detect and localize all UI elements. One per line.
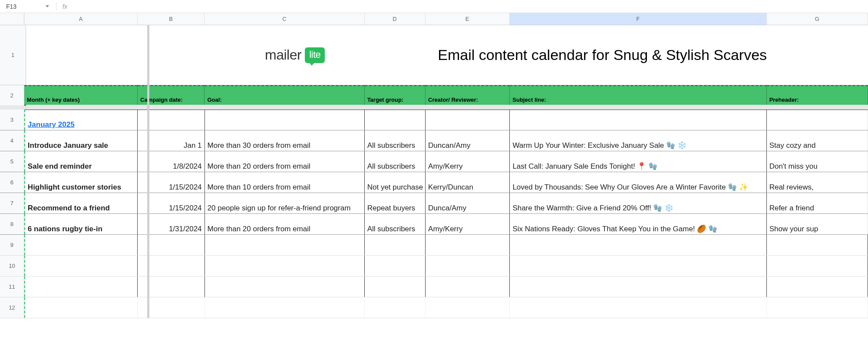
cell[interactable] — [24, 297, 138, 318]
table-row: 10 — [0, 256, 868, 276]
cell[interactable]: Six Nations Ready: Gloves That Keep You … — [510, 214, 766, 234]
cell[interactable]: More than 20 orders from email — [205, 214, 365, 234]
cell[interactable] — [426, 256, 510, 276]
cell[interactable]: More than 20 orders from email — [205, 151, 365, 172]
cell[interactable]: All subscribers — [365, 130, 426, 151]
cell[interactable] — [205, 110, 365, 130]
cell[interactable]: Highlight customer stories — [24, 172, 138, 193]
cell[interactable] — [365, 235, 426, 255]
row-head[interactable]: 12 — [0, 297, 24, 318]
cell[interactable] — [510, 256, 766, 276]
col-head-a[interactable]: A — [24, 13, 138, 25]
cell[interactable]: Show your sup — [767, 214, 868, 234]
cell[interactable]: Share the Warmth: Give a Friend 20% Off!… — [510, 193, 766, 213]
name-box-value: F13 — [6, 3, 17, 10]
row-head[interactable]: 7 — [0, 193, 24, 213]
cell[interactable] — [510, 110, 766, 130]
cell[interactable] — [205, 256, 365, 276]
col-head-b[interactable]: B — [138, 13, 205, 25]
cell[interactable] — [767, 297, 868, 318]
header-creator[interactable]: Creator/ Reviewer: — [426, 85, 510, 106]
cell[interactable] — [205, 276, 365, 297]
cell[interactable]: 6 nations rugby tie-in — [24, 214, 138, 234]
cell[interactable]: January 2025 — [24, 110, 138, 130]
cell[interactable] — [426, 110, 510, 130]
spreadsheet[interactable]: A B C D E F G 1 mailer lite Email conten… — [0, 13, 868, 318]
cell[interactable]: Duncan/Amy — [426, 130, 510, 151]
header-subject[interactable]: Subject line: — [510, 85, 766, 106]
cell[interactable]: Refer a friend — [767, 193, 868, 213]
row-head[interactable]: 6 — [0, 172, 24, 193]
cell[interactable] — [426, 235, 510, 255]
cell[interactable] — [510, 235, 766, 255]
cell[interactable] — [365, 276, 426, 297]
cell[interactable] — [510, 276, 766, 297]
cell[interactable]: All subscribers — [365, 214, 426, 234]
row-head[interactable]: 9 — [0, 235, 24, 255]
cell[interactable] — [767, 110, 868, 130]
col-head-f[interactable]: F — [510, 13, 767, 25]
freeze-pane-divider[interactable] — [147, 25, 149, 318]
row-head[interactable]: 8 — [0, 214, 24, 234]
cell[interactable]: Dunca/Amy — [426, 193, 510, 213]
cell[interactable]: Amy/Kerry — [426, 214, 510, 234]
cell[interactable]: Sale end reminder — [24, 151, 138, 172]
cell[interactable]: Introduce January sale — [24, 130, 138, 151]
cell[interactable]: More than 10 orders from email — [205, 172, 365, 193]
select-all-corner[interactable] — [0, 13, 24, 25]
cell[interactable] — [365, 297, 426, 318]
title-row[interactable]: mailer lite Email content calendar for S… — [26, 25, 868, 85]
table-row: 12 — [0, 297, 868, 318]
cell[interactable] — [24, 235, 138, 255]
fx-icon: fx — [60, 3, 70, 10]
row-head[interactable]: 4 — [0, 130, 24, 151]
cell[interactable] — [365, 110, 426, 130]
cell[interactable]: Recommend to a friend — [24, 193, 138, 213]
name-box[interactable]: F13 — [3, 1, 53, 12]
cell[interactable] — [205, 297, 365, 318]
cell[interactable] — [365, 256, 426, 276]
header-row: 2 Month (+ key dates) Campaign date: Goa… — [0, 85, 868, 106]
cell[interactable]: Kerry/Duncan — [426, 172, 510, 193]
row-head[interactable]: 2 — [0, 85, 24, 106]
cell[interactable] — [510, 297, 766, 318]
col-head-e[interactable]: E — [426, 13, 510, 25]
cell[interactable] — [767, 235, 868, 255]
cell[interactable]: All subscribers — [365, 151, 426, 172]
col-head-g[interactable]: G — [767, 13, 868, 25]
cell[interactable]: Repeat buyers — [365, 193, 426, 213]
cell[interactable]: Real reviews, — [767, 172, 868, 193]
cell[interactable]: Don't miss you — [767, 151, 868, 172]
formula-bar: F13 fx — [0, 0, 868, 13]
row-head[interactable]: 5 — [0, 151, 24, 172]
month-link[interactable]: January 2025 — [28, 120, 75, 129]
cell[interactable]: Not yet purchase — [365, 172, 426, 193]
cell[interactable] — [426, 276, 510, 297]
cell[interactable]: 20 people sign up for refer-a-friend pro… — [205, 193, 365, 213]
cell[interactable]: Stay cozy and — [767, 130, 868, 151]
row-head[interactable]: 3 — [0, 110, 24, 130]
col-head-d[interactable]: D — [365, 13, 426, 25]
header-target[interactable]: Target group: — [365, 85, 426, 106]
cell[interactable] — [24, 256, 138, 276]
table-row: 7 Recommend to a friend 1/15/2024 20 peo… — [0, 193, 868, 214]
row-head[interactable]: 11 — [0, 276, 24, 297]
row-head[interactable]: 1 — [0, 25, 26, 85]
header-preheader[interactable]: Preheader: — [767, 85, 868, 106]
cell[interactable] — [205, 235, 365, 255]
cell[interactable] — [767, 256, 868, 276]
cell[interactable] — [767, 276, 868, 297]
chevron-down-icon[interactable] — [46, 5, 49, 7]
col-head-c[interactable]: C — [205, 13, 364, 25]
header-month[interactable]: Month (+ key dates) — [24, 85, 138, 106]
cell[interactable]: More than 30 orders from email — [205, 130, 365, 151]
header-goal[interactable]: Goal: — [205, 85, 364, 106]
cell[interactable] — [24, 276, 138, 297]
cell[interactable]: Last Call: January Sale Ends Tonight! 📍 … — [510, 151, 766, 172]
formula-input[interactable] — [70, 1, 865, 12]
cell[interactable]: Loved by Thousands: See Why Our Gloves A… — [510, 172, 766, 193]
cell[interactable]: Amy/Kerry — [426, 151, 510, 172]
row-head[interactable]: 10 — [0, 256, 24, 276]
cell[interactable]: Warm Up Your Winter: Exclusive January S… — [510, 130, 766, 151]
cell[interactable] — [426, 297, 510, 318]
